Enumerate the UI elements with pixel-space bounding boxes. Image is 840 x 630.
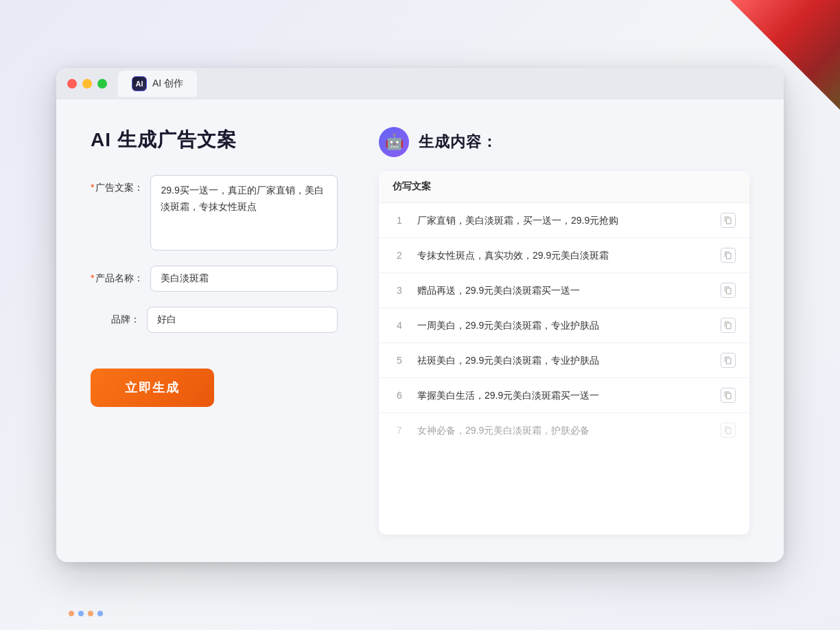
brand-input[interactable] [147, 307, 338, 333]
brand-group: 品牌： [91, 307, 338, 333]
copy-icon[interactable] [721, 353, 736, 368]
brand-label: 品牌： [91, 307, 140, 326]
row-text: 一周美白，29.9元美白淡斑霜，专业护肤品 [417, 318, 710, 333]
row-text: 女神必备，29.9元美白淡斑霜，护肤必备 [417, 423, 710, 438]
row-number: 3 [393, 285, 406, 296]
ad-copy-input[interactable] [150, 175, 338, 250]
copy-icon[interactable] [721, 213, 736, 228]
dot-3 [88, 611, 93, 616]
result-row: 7 女神必备，29.9元美白淡斑霜，护肤必备 [379, 413, 749, 447]
row-number: 1 [393, 215, 406, 226]
dot-4 [97, 611, 103, 616]
result-table: 仿写文案 1 厂家直销，美白淡斑霜，买一送一，29.9元抢购 2 专抹女性斑点，… [379, 171, 749, 535]
required-star-1: * [91, 182, 94, 193]
result-row: 2 专抹女性斑点，真实功效，29.9元美白淡斑霜 [379, 238, 749, 273]
row-number: 5 [393, 355, 406, 366]
copy-icon[interactable] [721, 248, 736, 263]
product-name-label: *产品名称： [91, 266, 143, 285]
copy-icon[interactable] [721, 423, 736, 438]
row-text: 专抹女性斑点，真实功效，29.9元美白淡斑霜 [417, 248, 710, 263]
browser-titlebar: AI AI 创作 [56, 68, 784, 100]
traffic-lights [67, 79, 107, 89]
row-text: 厂家直销，美白淡斑霜，买一送一，29.9元抢购 [417, 213, 710, 228]
row-text: 祛斑美白，29.9元美白淡斑霜，专业护肤品 [417, 353, 710, 368]
page-title: AI 生成广告文案 [91, 127, 338, 153]
dots-decoration [69, 611, 103, 616]
result-row: 1 厂家直销，美白淡斑霜，买一送一，29.9元抢购 [379, 203, 749, 238]
generate-button[interactable]: 立即生成 [91, 369, 214, 407]
ai-tab-icon: AI [132, 76, 147, 91]
ai-tab[interactable]: AI AI 创作 [118, 71, 197, 97]
row-number: 6 [393, 390, 406, 401]
dot-1 [69, 611, 74, 616]
ad-copy-group: *广告文案： [91, 175, 338, 250]
row-number: 7 [393, 425, 406, 436]
result-row: 5 祛斑美白，29.9元美白淡斑霜，专业护肤品 [379, 343, 749, 378]
ad-copy-label: *广告文案： [91, 175, 143, 194]
result-row: 3 赠品再送，29.9元美白淡斑霜买一送一 [379, 273, 749, 308]
result-title: 生成内容： [419, 132, 498, 152]
result-header: 🤖 生成内容： [379, 127, 749, 157]
maximize-button[interactable] [97, 79, 107, 89]
row-number: 2 [393, 250, 406, 261]
copy-icon[interactable] [721, 388, 736, 403]
row-text: 掌握美白生活，29.9元美白淡斑霜买一送一 [417, 388, 710, 403]
right-panel: 🤖 生成内容： 仿写文案 1 厂家直销，美白淡斑霜，买一送一，29.9元抢购 2… [379, 127, 749, 535]
row-number: 4 [393, 320, 406, 331]
ai-tab-label: AI 创作 [152, 78, 183, 90]
copy-icon[interactable] [721, 318, 736, 333]
result-row: 6 掌握美白生活，29.9元美白淡斑霜买一送一 [379, 378, 749, 413]
copy-icon[interactable] [721, 283, 736, 298]
dot-2 [78, 611, 84, 616]
browser-body: AI 生成广告文案 *广告文案： *产品名称： 品牌： 立即生成 [56, 100, 784, 562]
close-button[interactable] [67, 79, 77, 89]
robot-icon: 🤖 [385, 133, 404, 151]
required-star-2: * [91, 272, 94, 283]
product-name-input[interactable] [150, 266, 338, 292]
result-table-header: 仿写文案 [379, 171, 749, 203]
row-text: 赠品再送，29.9元美白淡斑霜买一送一 [417, 283, 710, 298]
result-row: 4 一周美白，29.9元美白淡斑霜，专业护肤品 [379, 308, 749, 343]
minimize-button[interactable] [82, 79, 92, 89]
product-name-group: *产品名称： [91, 266, 338, 292]
results-container: 1 厂家直销，美白淡斑霜，买一送一，29.9元抢购 2 专抹女性斑点，真实功效，… [379, 203, 749, 447]
ai-avatar: 🤖 [379, 127, 409, 157]
left-panel: AI 生成广告文案 *广告文案： *产品名称： 品牌： 立即生成 [91, 127, 338, 535]
browser-window: AI AI 创作 AI 生成广告文案 *广告文案： *产品名称： [56, 68, 784, 562]
